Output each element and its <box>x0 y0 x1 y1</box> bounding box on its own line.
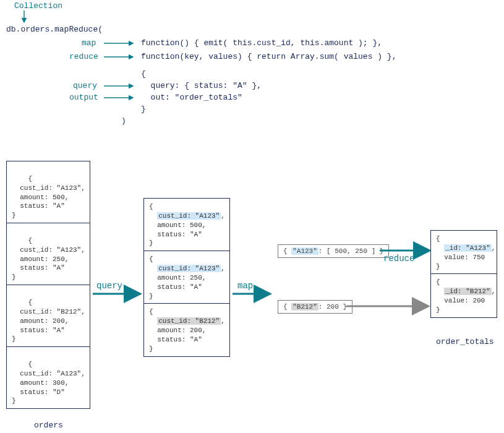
result-collection: { _id: "A123", value: 750 } { _id: "B212… <box>430 230 497 318</box>
query-arrow-icon <box>92 275 142 300</box>
code-line-obj-close: } <box>141 105 146 114</box>
result-doc-1: { _id: "B212", value: 200 } <box>431 274 497 317</box>
reduce-arrow-icon <box>378 241 434 260</box>
annot-map: map <box>82 38 96 48</box>
mapped-a: { "A123": [ 500, 250 ] } <box>278 244 389 258</box>
collection-arrow-icon <box>22 11 29 24</box>
filtered-collection: { cust_id: "A123", amount: 500, status: … <box>143 198 230 357</box>
collection-label: Collection <box>14 1 62 11</box>
orders-doc-2: { cust_id: "B212", amount: 200, status: … <box>7 285 90 347</box>
mapped-b: { "B212": 200 } <box>278 300 352 314</box>
passthrough-arrow-icon <box>345 297 432 315</box>
orders-doc-0: { cust_id: "A123", amount: 500, status: … <box>7 161 90 223</box>
code-line-obj-open: { <box>141 69 146 79</box>
annot-reduce: reduce <box>69 52 98 61</box>
result-doc-0: { _id: "A123", value: 750 } <box>431 231 497 274</box>
annot-arrows-icon <box>99 36 136 110</box>
code-line-out: out: "order_totals" <box>141 93 242 102</box>
filtered-doc-2: { cust_id: "B212", amount: 200, status: … <box>144 304 229 356</box>
orders-collection: { cust_id: "A123", amount: 500, status: … <box>6 161 90 409</box>
orders-caption: orders <box>34 421 63 430</box>
result-caption: order_totals <box>436 337 494 346</box>
code-line-map: function() { emit( this.cust_id, this.am… <box>141 38 382 48</box>
orders-doc-1: { cust_id: "A123", amount: 250, status: … <box>7 223 90 285</box>
code-line-1: db.orders.mapReduce( <box>6 25 103 34</box>
annot-query: query <box>73 81 97 90</box>
filtered-doc-1: { cust_id: "A123", amount: 250, status: … <box>144 251 229 304</box>
filtered-doc-0: { cust_id: "A123", amount: 500, status: … <box>144 199 229 251</box>
code-line-close: ) <box>121 116 126 126</box>
code-line-reduce: function(key, values) { return Array.sum… <box>141 52 396 61</box>
annot-output: output <box>69 93 98 102</box>
map-arrow-icon <box>231 275 275 300</box>
code-line-query: query: { status: "A" }, <box>141 81 262 90</box>
orders-doc-3: { cust_id: "A123", amount: 300, status: … <box>7 347 90 408</box>
